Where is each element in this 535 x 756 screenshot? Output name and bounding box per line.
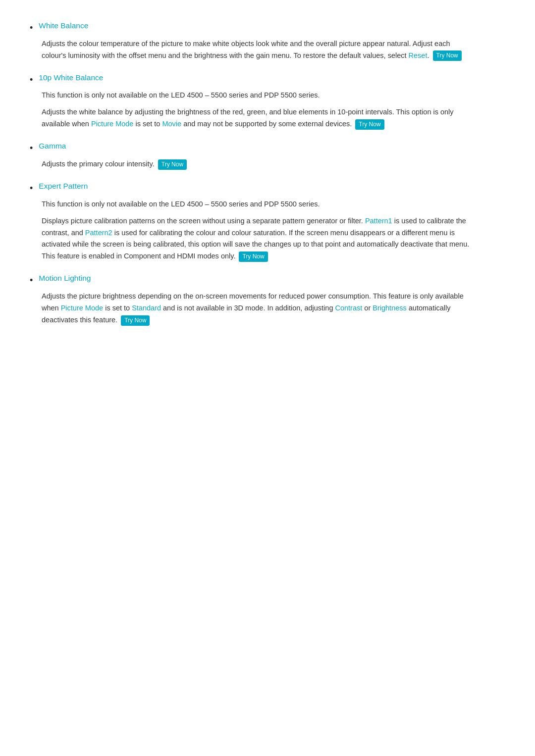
- link-reset[interactable]: Reset: [409, 51, 428, 59]
- body-expert-pattern: This function is only not available on t…: [42, 199, 476, 263]
- para-10p-2: Adjusts the white balance by adjusting t…: [42, 106, 476, 130]
- try-now-expert-pattern[interactable]: Try Now: [239, 252, 268, 262]
- para-10p-1: This function is only not available on t…: [42, 90, 476, 101]
- para-expert-1: This function is only not available on t…: [42, 199, 476, 210]
- text-motion-4: or: [362, 304, 373, 312]
- try-now-motion-lighting[interactable]: Try Now: [121, 315, 150, 326]
- list-item-gamma: • Gamma: [30, 140, 476, 155]
- section-gamma: • Gamma Adjusts the primary colour inten…: [30, 140, 476, 170]
- list-item-white-balance: • White Balance: [30, 20, 476, 35]
- title-10p-white-balance[interactable]: 10p White Balance: [39, 72, 103, 84]
- try-now-10p[interactable]: Try Now: [355, 119, 384, 130]
- text-gamma-1: Adjusts the primary colour intensity.: [42, 160, 157, 168]
- bullet-gamma: •: [30, 141, 33, 155]
- list-item-10p-white-balance: • 10p White Balance: [30, 72, 476, 87]
- title-expert-pattern[interactable]: Expert Pattern: [39, 180, 88, 193]
- link-pattern1[interactable]: Pattern1: [365, 217, 392, 225]
- link-picture-mode-motion[interactable]: Picture Mode: [61, 304, 103, 312]
- link-pattern2[interactable]: Pattern2: [85, 229, 112, 237]
- text-white-balance-1: Adjusts the colour temperature of the pi…: [42, 40, 450, 59]
- try-now-gamma[interactable]: Try Now: [158, 159, 187, 170]
- body-gamma: Adjusts the primary colour intensity. Tr…: [42, 158, 476, 170]
- link-brightness-motion[interactable]: Brightness: [373, 304, 407, 312]
- section-white-balance: • White Balance Adjusts the colour tempe…: [30, 20, 476, 62]
- link-standard-motion[interactable]: Standard: [132, 304, 161, 312]
- link-contrast-motion[interactable]: Contrast: [335, 304, 362, 312]
- para-expert-2: Displays picture calibration patterns on…: [42, 215, 476, 263]
- title-white-balance[interactable]: White Balance: [39, 20, 88, 32]
- link-picture-mode-10p[interactable]: Picture Mode: [91, 120, 133, 128]
- link-movie-10p[interactable]: Movie: [162, 120, 181, 128]
- title-gamma[interactable]: Gamma: [39, 140, 66, 152]
- bullet-expert-pattern: •: [30, 181, 33, 196]
- text-motion-2: is set to: [103, 304, 132, 312]
- text-motion-3: and is not available in 3D mode. In addi…: [161, 304, 335, 312]
- content-area: • White Balance Adjusts the colour tempe…: [30, 20, 476, 326]
- body-white-balance: Adjusts the colour temperature of the pi…: [42, 38, 476, 62]
- try-now-white-balance[interactable]: Try Now: [433, 50, 462, 61]
- section-expert-pattern: • Expert Pattern This function is only n…: [30, 180, 476, 262]
- bullet-motion-lighting: •: [30, 273, 33, 288]
- list-item-motion-lighting: • Motion Lighting: [30, 272, 476, 288]
- bullet-white-balance: •: [30, 21, 33, 35]
- section-10p-white-balance: • 10p White Balance This function is onl…: [30, 72, 476, 131]
- body-motion-lighting: Adjusts the picture brightness depending…: [42, 291, 476, 326]
- title-motion-lighting[interactable]: Motion Lighting: [39, 272, 91, 285]
- section-motion-lighting: • Motion Lighting Adjusts the picture br…: [30, 272, 476, 326]
- bullet-10p-white-balance: •: [30, 73, 33, 87]
- body-10p-white-balance: This function is only not available on t…: [42, 90, 476, 130]
- list-item-expert-pattern: • Expert Pattern: [30, 180, 476, 196]
